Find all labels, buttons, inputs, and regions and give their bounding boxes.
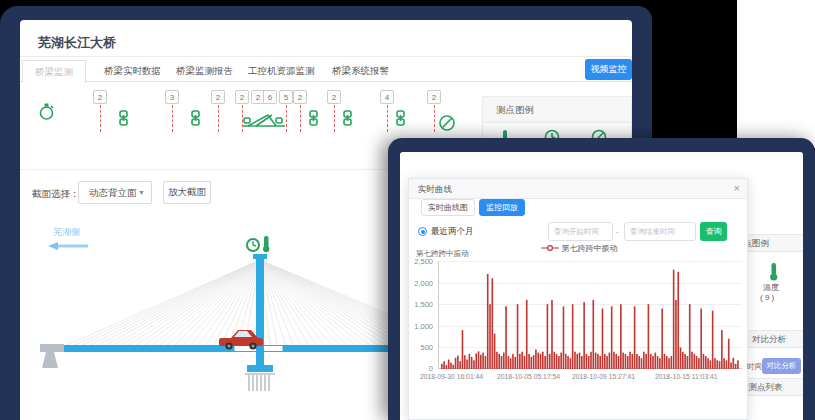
dialog-window-frame: 测点图例 温度 ( 9 ) 对比分析 对比分析 监测点列表 实时曲线 × 实时曲…	[388, 138, 815, 420]
screenshot-stage: 芜湖长江大桥 桥梁监测 桥梁实时数据 桥梁监测报告 工控机资源监测 桥梁系统报警…	[0, 0, 815, 420]
chain-link-sensor-icon[interactable]	[395, 110, 406, 130]
tab-realtime-curve[interactable]: 实时曲线图	[421, 199, 475, 216]
y-tick: 500	[420, 343, 433, 352]
page-title: 芜湖长江大桥	[38, 34, 116, 52]
y-tick: 1,500	[414, 300, 433, 309]
last-two-months-radio[interactable]	[418, 227, 427, 236]
abutment-pier	[40, 344, 64, 368]
temperature-label: 温度	[763, 282, 793, 293]
y-tick: 2,500	[414, 257, 433, 266]
sensor-count-badge: 5	[279, 90, 293, 104]
sensor-dash-line	[172, 105, 173, 132]
x-tick: 2018-10-09 15:27:41	[572, 373, 635, 380]
sensor-count-badge: 4	[380, 90, 394, 104]
last-two-months-label: 最近两个月	[431, 226, 474, 238]
tab-bridge-monitor[interactable]: 桥梁监测	[22, 60, 86, 83]
sensor-count-badge: 2	[293, 90, 307, 104]
sensor-dash-line	[218, 105, 219, 132]
y-tick: 2,000	[414, 279, 433, 288]
section-select-value: 动态背立面	[89, 187, 137, 198]
compare-analysis-button[interactable]: 对比分析	[762, 358, 801, 374]
tab-system-alarm[interactable]: 桥梁系统报警	[326, 60, 395, 82]
sensor-count-badge: 2	[327, 90, 341, 104]
query-end-time-input[interactable]	[624, 222, 696, 241]
dialog-window-content: 测点图例 温度 ( 9 ) 对比分析 对比分析 监测点列表 实时曲线 × 实时曲…	[400, 152, 803, 420]
sensor-dash-line	[434, 105, 435, 132]
chain-link-sensor-icon[interactable]	[342, 110, 353, 130]
sensor-count-badge: 2	[211, 90, 225, 104]
vibration-bar-series	[439, 261, 742, 369]
tower-top-sensor-icons	[247, 236, 269, 252]
sensor-count-badge: 3	[165, 90, 179, 104]
tab-monitor-report[interactable]: 桥梁监测报告	[170, 60, 239, 82]
sensor-dash-line	[286, 105, 287, 132]
x-tick: 2018-10-15 11:03:41	[655, 373, 718, 380]
chain-link-sensor-icon[interactable]	[190, 110, 201, 130]
y-tick: 1,000	[414, 322, 433, 331]
tab-monitor-playback[interactable]: 监控回放	[479, 199, 525, 216]
background-window-fragment	[737, 0, 815, 148]
left-arrow-icon	[48, 237, 90, 255]
chain-link-sensor-icon[interactable]	[308, 110, 319, 130]
legend-label: 第七跨跨中振动	[562, 244, 618, 253]
section-select-dropdown[interactable]: 动态背立面 ▼	[78, 181, 152, 204]
legend-marker-icon	[541, 244, 559, 254]
x-tick: 2018-10-05 05:17:54	[497, 373, 560, 380]
tab-bar: 桥梁监测 桥梁实时数据 桥梁监测报告 工控机资源监测 桥梁系统报警 视频监控	[20, 57, 632, 82]
stopwatch-icon[interactable]	[38, 102, 55, 125]
video-monitor-button[interactable]: 视频监控	[585, 59, 632, 80]
bridge-truss-sensor-icon[interactable]	[242, 110, 286, 134]
sensor-count-badge: 2	[93, 90, 107, 104]
prohibited-sensor-icon[interactable]	[438, 114, 456, 136]
query-button[interactable]: 查询	[700, 222, 727, 241]
sensor-dash-line	[387, 105, 388, 132]
chain-link-sensor-icon[interactable]	[118, 110, 129, 130]
sensor-dash-line	[300, 105, 301, 132]
point-legend-title: 测点图例	[483, 97, 631, 123]
modal-title: 实时曲线	[418, 184, 452, 196]
section-select-label: 截面选择：	[32, 188, 80, 201]
sensor-dash-line	[100, 105, 101, 132]
chevron-down-icon: ▼	[138, 182, 145, 203]
y-tick: 0	[429, 364, 433, 373]
tab-ipc-resource[interactable]: 工控机资源监测	[242, 60, 321, 82]
x-tick: 2018-09-30 16:01:44	[420, 373, 483, 380]
chart-plot-area: 2,500 2,000 1,500 1,000 500 0 2018-09-30…	[438, 261, 741, 369]
tab-realtime-data[interactable]: 桥梁实时数据	[98, 60, 167, 82]
range-separator: -	[616, 227, 619, 236]
modal-header: 实时曲线 ×	[409, 179, 747, 199]
zoom-section-button[interactable]: 放大截面	[163, 181, 211, 204]
sensor-dash-line	[334, 105, 335, 132]
close-icon[interactable]: ×	[734, 182, 740, 194]
sensor-count-badge: 6	[263, 90, 277, 104]
query-start-time-input[interactable]	[548, 222, 613, 241]
realtime-curve-modal: 实时曲线 × 实时曲线图 监控回放 最近两个月 - 查询 第七跨跨中振动 第七跨…	[408, 178, 748, 420]
temperature-count: ( 9 )	[760, 293, 774, 302]
x-axis-label: 时间	[747, 362, 762, 372]
sensor-count-badge: 2	[427, 90, 441, 104]
sensor-count-badge: 2	[235, 90, 249, 104]
